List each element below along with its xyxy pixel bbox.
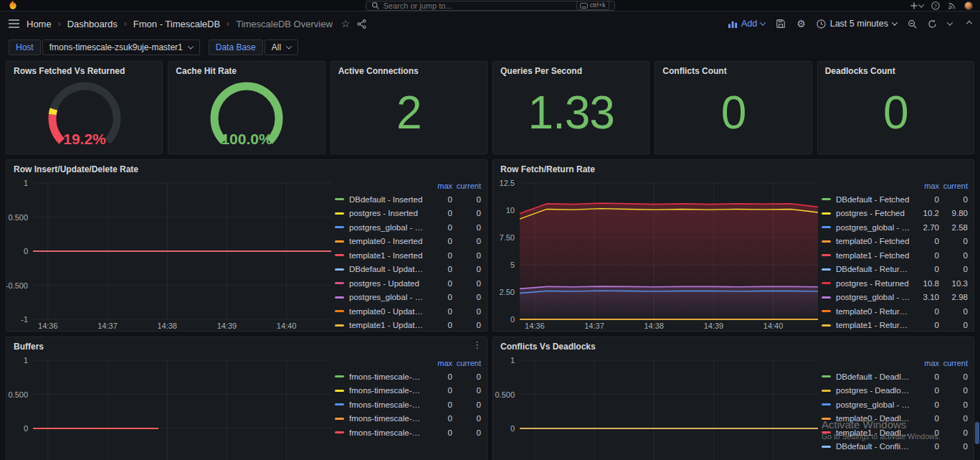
legend-item[interactable]: postgres - Deadlocks00 bbox=[822, 384, 968, 398]
chart-plot-area[interactable]: 10.5000-0.500-114:3614:3714:3814:3914:40 bbox=[493, 353, 822, 460]
legend-item[interactable]: postgres_global - Returned3.102.98 bbox=[822, 291, 968, 305]
refresh-interval-chevron-icon[interactable] bbox=[947, 19, 953, 25]
legend-series-label: DBdefault - Returned bbox=[836, 265, 910, 273]
add-panel-button[interactable]: Add bbox=[728, 19, 765, 29]
search-input[interactable] bbox=[384, 1, 572, 10]
legend-item[interactable]: template0 - Fetched00 bbox=[822, 235, 968, 249]
legend-series-label: template1 - Inserted bbox=[349, 251, 424, 260]
refresh-icon[interactable] bbox=[928, 19, 937, 29]
legend-item[interactable]: postgres_global - Deadlocks00 bbox=[822, 398, 968, 412]
legend-item[interactable]: DBdefault - Updated00 bbox=[335, 263, 481, 277]
help-icon[interactable]: ? bbox=[931, 1, 940, 10]
legend-item[interactable]: DBdefault - Inserted00 bbox=[335, 192, 481, 207]
breadcrumb-item[interactable]: Dashboards bbox=[67, 19, 118, 29]
breadcrumb-item[interactable]: Fmon - TimescaleDB bbox=[133, 19, 220, 29]
legend-item[interactable]: DBdefault - Conflicts00 bbox=[822, 440, 968, 454]
svg-text:-0.500: -0.500 bbox=[6, 281, 28, 290]
legend-series-label: DBdefault - Fetched bbox=[836, 195, 910, 204]
legend-series-label: postgres_global - Returned bbox=[836, 293, 910, 301]
legend-current-value: 0 bbox=[452, 237, 481, 245]
legend-item[interactable]: postgres - Fetched10.29.80 bbox=[822, 207, 968, 221]
chart-plot-area[interactable]: 10.5000-0.500-114:3614:3714:3814:3914:40 bbox=[6, 176, 335, 331]
series-color-dash-icon bbox=[335, 324, 344, 327]
legend-item[interactable]: template1 - Inserted00 bbox=[335, 248, 481, 263]
legend-item[interactable]: postgres - Inserted00 bbox=[335, 207, 481, 221]
legend-item[interactable]: template0 - Returned00 bbox=[822, 304, 968, 319]
rss-icon[interactable] bbox=[948, 1, 956, 10]
legend-item[interactable]: template1 - Fetched00 bbox=[822, 248, 968, 263]
svg-text:10: 10 bbox=[506, 206, 515, 215]
chart-canvas[interactable]: 10.5000-0.500-114:3614:3714:3814:3914:40 bbox=[493, 353, 822, 460]
legend-item[interactable]: postgres_global - Updated00 bbox=[335, 291, 481, 305]
chart-legend: maxcurrentDBdefault - Deadlocks00postgre… bbox=[822, 353, 974, 460]
settings-icon[interactable]: ⚙ bbox=[796, 19, 806, 29]
save-dashboard-button[interactable] bbox=[776, 19, 786, 29]
legend-item[interactable]: template0 - Updated00 bbox=[335, 304, 481, 319]
grafana-logo-icon[interactable] bbox=[7, 0, 19, 11]
legend-max-value: 0 bbox=[424, 251, 452, 260]
legend-item[interactable]: template0 - Inserted00 bbox=[335, 235, 481, 249]
legend-item[interactable]: template0 - Deadlocks00 bbox=[822, 412, 968, 426]
svg-text:1: 1 bbox=[24, 179, 28, 187]
legend-item[interactable]: template1 - Deadlocks00 bbox=[822, 426, 968, 440]
legend-current-value: 0 bbox=[939, 321, 968, 329]
series-color-dash-icon bbox=[335, 226, 344, 228]
legend-column-header: max bbox=[910, 182, 939, 190]
legend-current-value: 0 bbox=[939, 400, 968, 409]
host-variable-label: Host bbox=[9, 39, 41, 55]
series-color-dash-icon bbox=[335, 212, 344, 215]
chart-canvas[interactable]: 12.5107.5052.50014:3614:3714:3814:3914:4… bbox=[493, 176, 822, 331]
search-bar[interactable]: ctrl+k bbox=[366, 1, 615, 11]
chart-plot-area[interactable]: 10.5000-0.500-114:3614:3714:3814:3914:40 bbox=[6, 353, 335, 460]
legend-item[interactable]: DBdefault - Fetched00 bbox=[822, 192, 968, 207]
legend-item[interactable]: DBdefault - Deadlocks00 bbox=[822, 370, 968, 384]
stat-value: 0 bbox=[655, 75, 811, 151]
stat-panel: Active Connections2 bbox=[330, 61, 487, 154]
avatar[interactable] bbox=[964, 1, 973, 10]
time-range-picker[interactable]: Last 5 minutes bbox=[817, 19, 897, 29]
legend-item[interactable]: fmons-timescale-zsuk9uje-master1 - Buffe… bbox=[335, 398, 481, 412]
legend-current-value: 2.98 bbox=[939, 293, 968, 301]
legend-item[interactable]: fmons-timescale-zsuk9uje-master1 - Buffe… bbox=[335, 426, 481, 440]
legend-item[interactable]: postgres_global - Fetched2.702.58 bbox=[822, 220, 968, 235]
legend-current-value: 0 bbox=[939, 251, 968, 260]
legend-item[interactable]: postgres - Updated00 bbox=[335, 276, 481, 291]
legend-item[interactable]: template1 - Updated00 bbox=[335, 319, 481, 332]
legend-current-value: 0 bbox=[452, 414, 481, 423]
zoom-out-icon[interactable] bbox=[908, 19, 917, 29]
legend-item[interactable]: postgres - Returned10.810.3 bbox=[822, 276, 968, 291]
series-color-dash-icon bbox=[335, 268, 344, 271]
legend-item[interactable]: fmons-timescale-zsuk9uje-master1 - Buffe… bbox=[335, 412, 481, 426]
chevron-up-icon[interactable] bbox=[966, 21, 972, 27]
legend-max-value: 0 bbox=[424, 223, 452, 232]
database-variable-dropdown[interactable]: All bbox=[265, 39, 298, 55]
legend-item[interactable]: fmons-timescale-zsuk9uje-master1 - Buffe… bbox=[335, 384, 481, 398]
legend-item[interactable]: DBdefault - Returned00 bbox=[822, 263, 968, 277]
series-color-dash-icon bbox=[822, 403, 831, 405]
share-icon[interactable] bbox=[357, 19, 366, 29]
star-icon[interactable]: ☆ bbox=[341, 19, 351, 29]
chart-canvas[interactable]: 10.5000-0.500-114:3614:3714:3814:3914:40 bbox=[6, 353, 335, 460]
stat-value: 2 bbox=[331, 75, 487, 151]
svg-text:?: ? bbox=[934, 3, 937, 8]
chart-plot-area[interactable]: 12.5107.5052.50014:3614:3714:3814:3914:4… bbox=[493, 176, 822, 331]
legend-item[interactable]: fmons-timescale-zsuk9uje-master1 - Buffe… bbox=[335, 370, 481, 384]
menu-icon[interactable] bbox=[9, 19, 19, 28]
chart-canvas[interactable]: 10.5000-0.500-114:3614:3714:3814:3914:40 bbox=[6, 176, 335, 331]
breadcrumb-item[interactable]: Home bbox=[27, 19, 52, 29]
legend-current-value: 0 bbox=[452, 251, 481, 260]
legend-item[interactable]: postgres_global - Inserted00 bbox=[335, 220, 481, 235]
host-variable-dropdown[interactable]: fmons-timescale-zsuk9uje-master1 bbox=[42, 39, 200, 55]
legend-max-value: 0 bbox=[910, 428, 939, 437]
scrollbar-thumb[interactable] bbox=[975, 422, 979, 444]
legend-column-header: current bbox=[939, 182, 968, 190]
legend-item[interactable]: template1 - Returned00 bbox=[822, 319, 968, 332]
svg-text:14:36: 14:36 bbox=[525, 321, 545, 330]
new-item-button[interactable] bbox=[910, 2, 923, 9]
legend-current-value: 0 bbox=[452, 223, 481, 232]
panel-menu-icon[interactable]: ⋮ bbox=[472, 339, 482, 350]
panel-title: Row Fetch/Return Rate bbox=[493, 160, 974, 176]
series-color-dash-icon bbox=[822, 375, 831, 377]
legend-current-value: 0 bbox=[939, 265, 968, 273]
legend-series-label: template0 - Inserted bbox=[349, 237, 424, 245]
